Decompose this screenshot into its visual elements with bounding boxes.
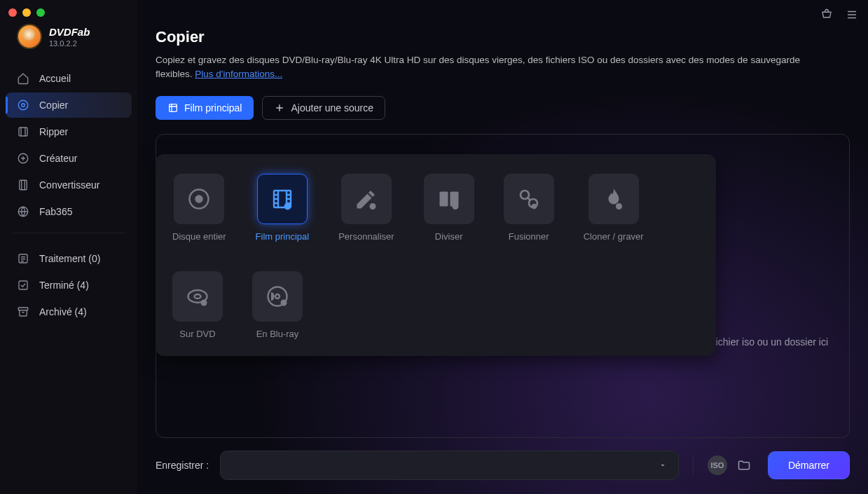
bottom-bar: Enregistrer : ISO Démarrer xyxy=(156,451,850,480)
svg-rect-9 xyxy=(170,104,177,111)
folder-button[interactable] xyxy=(731,453,757,478)
mode-label: Cloner / graver xyxy=(584,231,644,242)
svg-point-24 xyxy=(201,300,207,306)
svg-point-11 xyxy=(196,196,202,203)
sidebar-item-label: Terminé (4) xyxy=(39,280,89,291)
minimize-window[interactable] xyxy=(22,8,31,17)
mode-diviser[interactable]: Diviser xyxy=(424,174,474,242)
hamburger-menu-icon[interactable] xyxy=(846,8,858,21)
top-right-controls xyxy=(820,8,858,21)
mode-label: En Blu-ray xyxy=(256,329,299,339)
iso-button[interactable]: ISO xyxy=(708,455,727,475)
home-icon xyxy=(17,72,29,85)
mode-cloner-graver[interactable]: Cloner / graver xyxy=(584,174,644,242)
archive-icon xyxy=(17,306,29,318)
merge-icon xyxy=(504,174,554,224)
sidebar-item-copier[interactable]: Copier xyxy=(6,92,132,118)
save-destination-select[interactable] xyxy=(220,451,679,480)
sidebar-item-traitement-0-[interactable]: Traitement (0) xyxy=(6,246,132,271)
mode-personnaliser[interactable]: Personnaliser xyxy=(338,174,394,242)
start-button[interactable]: Démarrer xyxy=(768,451,850,479)
dvd-icon xyxy=(172,271,223,322)
add-source-button[interactable]: Ajouter une source xyxy=(262,96,385,120)
globe-icon xyxy=(17,205,29,218)
close-window[interactable] xyxy=(8,8,17,17)
divider xyxy=(693,456,694,474)
rip-icon xyxy=(17,125,29,138)
bluray-icon xyxy=(252,271,303,322)
svg-rect-4 xyxy=(20,180,27,190)
mode-label: Diviser xyxy=(435,231,463,242)
window-controls xyxy=(8,8,45,17)
svg-point-14 xyxy=(369,203,376,210)
svg-point-26 xyxy=(275,294,280,299)
mode-label: Fusionner xyxy=(509,231,549,242)
disc-icon xyxy=(17,99,29,111)
create-icon xyxy=(17,152,29,165)
sidebar-item-label: Accueil xyxy=(39,73,71,84)
sidebar-item-convertisseur[interactable]: Convertisseur xyxy=(6,172,132,198)
sidebar-item-ripper[interactable]: Ripper xyxy=(6,119,132,144)
sidebar-item-label: Archivé (4) xyxy=(39,306,87,317)
svg-point-13 xyxy=(285,204,291,210)
folder-icon xyxy=(737,458,751,472)
page-title: Copier xyxy=(156,28,850,46)
svg-point-21 xyxy=(616,203,622,210)
list-icon xyxy=(17,252,29,265)
svg-rect-8 xyxy=(18,308,28,310)
mode-label: Sur DVD xyxy=(179,329,215,339)
sidebar-item-termin-4-[interactable]: Terminé (4) xyxy=(6,273,132,298)
svg-rect-7 xyxy=(19,281,27,289)
svg-rect-15 xyxy=(439,192,448,207)
mode-label: Personnaliser xyxy=(338,231,394,242)
sidebar-item-label: Copier xyxy=(39,100,68,111)
sidebar-item-label: Traitement (0) xyxy=(39,253,100,264)
page-description: Copiez et gravez des disques DVD/Blu-ray… xyxy=(156,53,828,82)
film-icon xyxy=(257,174,308,224)
mode-select-button[interactable]: Film principal xyxy=(156,96,254,120)
mode-sur-dvd[interactable]: Sur DVD xyxy=(172,271,223,339)
sidebar-item-archiv-4-[interactable]: Archivé (4) xyxy=(6,299,132,324)
svg-point-18 xyxy=(521,191,529,199)
svg-point-23 xyxy=(195,294,201,299)
check-icon xyxy=(17,279,29,291)
brand-version: 13.0.2.2 xyxy=(49,39,90,48)
brand-logo xyxy=(17,24,42,49)
add-source-label: Ajouter une source xyxy=(291,102,373,114)
brand-block: DVDFab 13.0.2.2 xyxy=(0,20,137,62)
sidebar-item-accueil[interactable]: Accueil xyxy=(6,66,132,91)
chevron-down-icon xyxy=(659,461,667,469)
sidebar-item-fab365[interactable]: Fab365 xyxy=(6,199,132,224)
svg-point-17 xyxy=(452,203,458,210)
action-bar: Film principal Ajouter une source xyxy=(156,96,850,120)
edit-icon xyxy=(341,174,392,224)
sidebar-item-cr-ateur[interactable]: Créateur xyxy=(6,146,132,171)
sidebar: DVDFab 13.0.2.2 AccueilCopierRipperCréat… xyxy=(0,0,137,494)
burn-icon xyxy=(588,174,639,224)
maximize-window[interactable] xyxy=(36,8,45,17)
split-icon xyxy=(424,174,474,224)
iso-label: ISO xyxy=(710,461,724,469)
mode-en-blu-ray[interactable]: En Blu-ray xyxy=(252,271,303,339)
nav-main: AccueilCopierRipperCréateurConvertisseur… xyxy=(0,66,137,224)
notification-icon[interactable] xyxy=(820,8,833,21)
brand-name: DVDFab xyxy=(49,26,90,38)
mode-film-principal[interactable]: Film principal xyxy=(256,174,310,242)
disc-icon xyxy=(174,174,224,224)
nav-tasks: Traitement (0)Terminé (4)Archivé (4) xyxy=(0,246,137,324)
mode-disque-entier[interactable]: Disque entier xyxy=(172,174,226,242)
svg-point-0 xyxy=(18,100,28,110)
mode-fusionner[interactable]: Fusionner xyxy=(504,174,554,242)
svg-rect-2 xyxy=(19,128,27,136)
sidebar-item-label: Convertisseur xyxy=(39,179,99,191)
more-info-link[interactable]: Plus d'informations... xyxy=(195,69,282,79)
sidebar-item-label: Ripper xyxy=(39,126,68,137)
mode-label: Film principal xyxy=(256,231,310,242)
mode-select-label: Film principal xyxy=(184,102,242,114)
main-content: Copier Copiez et gravez des disques DVD/… xyxy=(137,0,868,494)
start-label: Démarrer xyxy=(788,460,829,471)
sidebar-item-label: Créateur xyxy=(39,153,77,164)
svg-point-20 xyxy=(531,204,537,210)
save-label: Enregistrer : xyxy=(156,460,209,471)
svg-point-27 xyxy=(281,300,287,306)
